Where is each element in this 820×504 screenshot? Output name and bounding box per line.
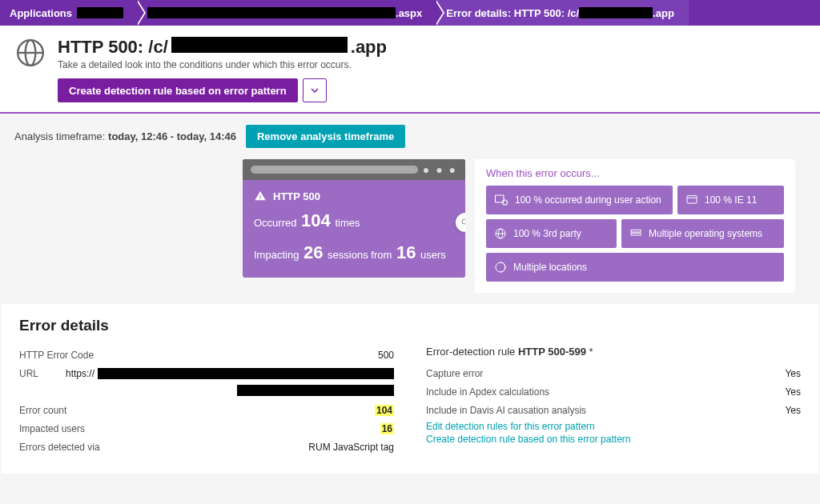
breadcrumb: Applications .aspx Error details: HTTP 5… <box>0 0 820 26</box>
location-icon <box>494 261 507 274</box>
svg-point-4 <box>462 219 465 224</box>
error-details-panel: Error details HTTP Error Code 500 URL ht… <box>2 304 818 474</box>
remove-timeframe-button[interactable]: Remove analysis timeframe <box>246 125 405 148</box>
chevron-down-icon <box>310 86 320 95</box>
row-http-code: HTTP Error Code 500 <box>19 346 394 364</box>
link-create-detection-rule[interactable]: Create detection rule based on this erro… <box>426 434 801 445</box>
error-summary-card: ● ● ● ! HTTP 500 Occurred 104 times Impa… <box>243 159 465 278</box>
os-icon <box>629 227 642 240</box>
when-occurs-panel: When this error occurs... 100 % occurred… <box>475 159 795 293</box>
row-error-count: Error count 104 <box>19 401 394 419</box>
row-impacted-users: Impacted users 16 <box>19 419 394 438</box>
details-left-col: HTTP Error Code 500 URL https:// Error c… <box>19 346 394 456</box>
details-right-col: Error-detection rule HTTP 500-599 * Capt… <box>426 346 801 456</box>
tile-ie11[interactable]: 100 % IE 11 <box>677 186 784 214</box>
redacted-text <box>77 7 123 18</box>
error-label: HTTP 500 <box>273 190 320 202</box>
row-capture: Capture error Yes <box>426 364 801 382</box>
redacted-text <box>237 385 394 396</box>
impacting-line: Impacting 26 sessions from 16 users <box>254 242 454 263</box>
occurred-line: Occurred 104 times <box>254 210 454 231</box>
crumb-page[interactable]: .aspx <box>138 0 436 26</box>
redacted-text <box>171 37 348 53</box>
user-action-icon <box>494 194 508 206</box>
timeframe-label: Analysis timeframe: today, 12:46 - today… <box>14 130 236 142</box>
row-url-line2 <box>19 382 394 401</box>
row-apdex: Include in Apdex calculations Yes <box>426 382 801 401</box>
svg-rect-14 <box>631 233 641 235</box>
timeframe-bar: Analysis timeframe: today, 12:46 - today… <box>0 114 820 159</box>
crumb-suffix: .aspx <box>396 7 422 19</box>
page-header: HTTP 500: /c/ .app Take a detailed look … <box>0 26 820 114</box>
tile-user-action[interactable]: 100 % occurred during user action <box>486 186 673 214</box>
title-prefix: HTTP 500: /c/ <box>58 37 168 58</box>
title-suffix: .app <box>351 37 387 58</box>
summary-row: ● ● ● ! HTTP 500 Occurred 104 times Impa… <box>0 159 820 304</box>
page-subtitle: Take a detailed look into the conditions… <box>58 59 806 70</box>
warning-icon: ! <box>254 190 267 202</box>
crumb-applications[interactable]: Applications <box>0 0 138 26</box>
tile-multi-os[interactable]: Multiple operating systems <box>621 219 784 248</box>
create-rule-dropdown-button[interactable] <box>303 78 327 102</box>
crumb-suffix: .app <box>653 7 674 19</box>
tile-multi-locations[interactable]: Multiple locations <box>486 253 784 282</box>
occurs-title: When this error occurs... <box>486 167 784 179</box>
address-bar-icon <box>251 166 418 174</box>
browser-icon <box>685 194 698 206</box>
redacted-text <box>579 7 653 18</box>
create-detection-rule-button[interactable]: Create detection rule based on error pat… <box>58 78 298 102</box>
tile-third-party[interactable]: 100 % 3rd party <box>486 219 617 248</box>
browser-mock-titlebar: ● ● ● <box>243 159 465 180</box>
details-heading: Error details <box>19 317 801 334</box>
svg-text:!: ! <box>259 194 262 201</box>
detection-rule-title: Error-detection rule HTTP 500-599 * <box>426 346 801 358</box>
redacted-text <box>147 7 396 18</box>
link-edit-detection-rules[interactable]: Edit detection rules for this error patt… <box>426 421 801 432</box>
svg-rect-8 <box>687 196 697 203</box>
crumb-prefix: Error details: HTTP 500: /c/ <box>446 7 579 19</box>
globe-icon <box>494 227 507 240</box>
svg-rect-13 <box>631 230 641 232</box>
row-url: URL https:// <box>19 364 394 382</box>
crumb-label: Applications <box>10 7 72 19</box>
dots-icon: ● ● ● <box>423 163 457 176</box>
row-detected-via: Errors detected via RUM JavaScript tag <box>19 438 394 456</box>
row-davis: Include in Davis AI causation analysis Y… <box>426 401 801 419</box>
page-title: HTTP 500: /c/ .app <box>58 37 806 58</box>
redacted-text <box>98 368 394 379</box>
crumb-error-details[interactable]: Error details: HTTP 500: /c/ .app <box>436 0 689 26</box>
globe-icon <box>14 37 46 69</box>
